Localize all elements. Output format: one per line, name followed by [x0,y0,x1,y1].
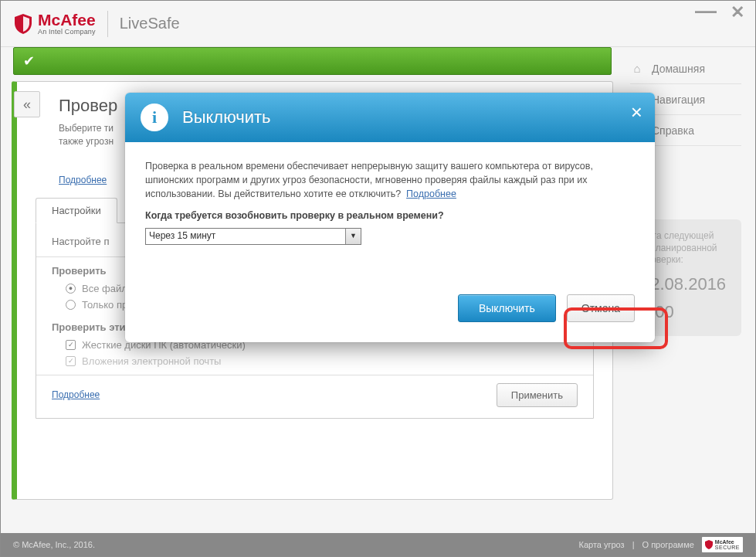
threat-map-link[interactable]: Карта угроз [578,540,624,549]
dialog-more-link[interactable]: Подробнее [406,188,456,199]
secure-badge: McAfeeSECURE [702,537,743,552]
statusbar: © McAfee, Inc., 2016. Карта угроз | О пр… [1,533,755,556]
dialog-body: Проверка в реальном времени обеспечивает… [125,142,655,260]
app-window: McAfee An Intel Company LiveSafe — ✕ ✔ «… [0,0,756,557]
sidebar-item-home[interactable]: ⌂ Домашняя [630,53,741,84]
dialog-header: i Выключить × [125,93,655,142]
disable-confirm-button[interactable]: Выключить [458,294,556,322]
divider [36,375,593,375]
copyright: © McAfee, Inc., 2016. [13,540,95,549]
checkbox-icon: ✓ [66,356,76,366]
minimize-button[interactable]: — [695,5,717,16]
radio-icon [66,300,76,310]
product-name: LiveSafe [120,15,180,32]
apply-button[interactable]: Применить [497,383,578,407]
dialog-text: Проверка в реальном времени обеспечивает… [145,161,593,199]
back-button[interactable]: « [14,91,40,117]
disable-dialog: i Выключить × Проверка в реальном времен… [125,93,655,342]
about-link[interactable]: О программе [642,540,694,549]
checkmark-icon: ✔ [23,53,35,70]
status-strip: ✔ [13,47,612,75]
dialog-actions: Выключить Отмена [125,294,655,342]
dialog-question: Когда требуется возобновить проверку в р… [145,209,635,222]
cancel-button[interactable]: Отмена [567,294,635,322]
more-link[interactable]: Подробнее [59,175,107,185]
dialog-title: Выключить [182,107,271,127]
resume-time-select[interactable]: Через 15 минут ▼ [145,228,361,245]
check-email[interactable]: ✓ Вложения электронной почты [66,355,578,367]
brand-name: McAfee [38,12,96,28]
radio-icon: ● [66,284,76,294]
brand-logo: McAfee An Intel Company [15,12,96,36]
checkbox-icon: ✓ [66,340,76,350]
check-label: Вложения электронной почты [82,355,221,367]
sidebar-item-label: Домашняя [652,63,705,75]
info-icon: i [141,104,168,131]
sidebar-item-label: Навигация [652,93,705,106]
brand-subtitle: An Intel Company [38,29,96,36]
window-controls: — ✕ [695,7,744,18]
home-icon: ⌂ [630,62,644,75]
titlebar: McAfee An Intel Company LiveSafe — ✕ [1,1,755,47]
close-button[interactable]: ✕ [731,7,744,18]
chevron-down-icon: ▼ [345,229,361,244]
mcafee-shield-icon [15,14,32,34]
settings-tab[interactable]: Настройки [36,198,117,223]
sidebar-item-label: Справка [652,124,694,137]
dialog-close-button[interactable]: × [631,105,642,119]
select-value: Через 15 минут [149,230,215,241]
more-link-2[interactable]: Подробнее [52,389,100,400]
divider [107,11,108,37]
